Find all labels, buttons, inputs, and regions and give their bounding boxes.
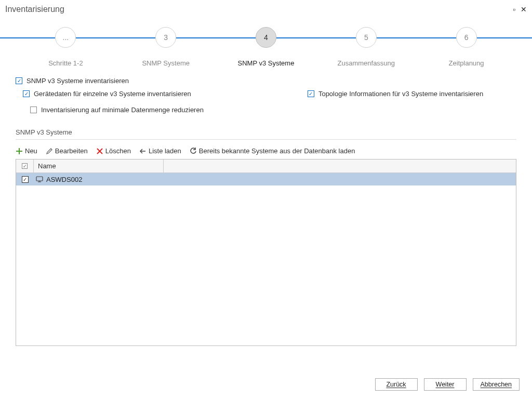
close-icon[interactable]: ✕ (521, 5, 527, 14)
checkbox-minimale-daten[interactable]: ✓ (30, 107, 37, 113)
table-row[interactable]: ✓ ASWDS002 (16, 173, 516, 185)
table-header-rest (164, 159, 516, 172)
table-header-name[interactable]: Name (34, 159, 164, 172)
row-checkbox[interactable]: ✓ (22, 176, 29, 183)
step-zusammenfassung[interactable]: 5 Zusammenfassung (316, 27, 416, 67)
x-icon (96, 148, 103, 155)
step-snmp-systeme[interactable]: 3 SNMP Systeme (116, 27, 216, 67)
computer-icon (34, 175, 45, 183)
refresh-icon (190, 148, 197, 155)
table-header-checkbox-cell[interactable]: ✓ (16, 159, 34, 172)
cancel-button[interactable]: Abbrechen (473, 378, 520, 391)
label-topologie: Topologie Informationen für v3 Systeme i… (318, 90, 483, 98)
label-geraetedaten: Gerätedaten für einzelne v3 Systeme inve… (34, 90, 191, 98)
toolbar-bearbeiten[interactable]: Bearbeiten (46, 147, 88, 155)
step-snmp-v3[interactable]: 4 SNMP v3 Systeme (216, 27, 316, 67)
section-title-snmp-v3: SNMP v3 Systeme (16, 128, 516, 140)
toolbar-liste-laden[interactable]: Liste laden (139, 147, 181, 155)
arrow-left-icon (139, 148, 147, 155)
window-title: Inventarisierung (5, 5, 64, 14)
select-all-checkbox[interactable]: ✓ (22, 163, 28, 169)
label-inventarisieren: SNMP v3 Systeme inventarisieren (26, 77, 129, 85)
maximize-icon[interactable]: ▫ (513, 5, 515, 14)
step-zeitplanung[interactable]: 6 Zeitplanung (416, 27, 516, 67)
label-minimale-daten: Inventarisierung auf minimale Datenmenge… (41, 106, 204, 114)
systems-table: ✓ Name ✓ ASWDS002 (16, 159, 516, 346)
svg-rect-5 (36, 177, 43, 181)
toolbar-neu[interactable]: Neu (16, 147, 37, 155)
wizard-stepper: ... Schritte 1-2 3 SNMP Systeme 4 SNMP v… (16, 31, 516, 62)
row-name: ASWDS002 (45, 176, 516, 183)
plus-icon (16, 148, 23, 155)
step-1-2[interactable]: ... Schritte 1-2 (16, 27, 116, 67)
pencil-icon (46, 148, 53, 155)
checkbox-geraetedaten[interactable]: ✓ (23, 90, 30, 97)
toolbar-loeschen[interactable]: Löschen (96, 147, 131, 155)
next-button[interactable]: Weiter (424, 378, 467, 391)
checkbox-topologie[interactable]: ✓ (308, 90, 314, 97)
toolbar-db-laden[interactable]: Bereits bekannte Systeme aus der Datenba… (190, 147, 355, 155)
back-button[interactable]: Zurück (375, 378, 418, 391)
checkbox-inventarisieren[interactable]: ✓ (16, 77, 22, 84)
table-toolbar: Neu Bearbeiten Löschen Liste laden Berei… (16, 147, 516, 155)
